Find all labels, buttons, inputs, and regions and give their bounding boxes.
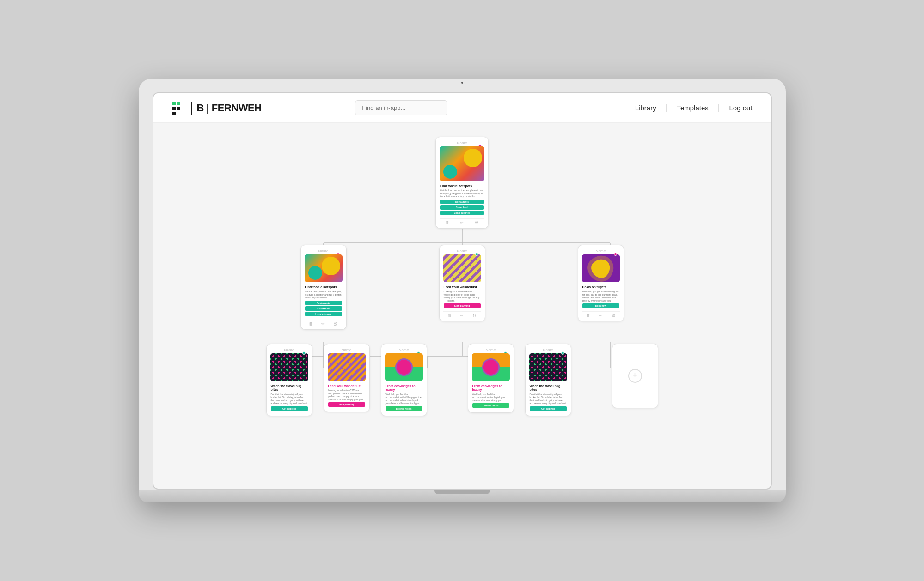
l1-badge-1 [475, 253, 478, 256]
l1-edit-1[interactable]: ✏ [460, 313, 464, 318]
l2-body-4: Don't let that dream trip off your bucke… [530, 393, 567, 405]
gap-spacer-2 [582, 344, 601, 416]
nav-library[interactable]: Library [635, 104, 656, 112]
laptop-screen: B | FERNWEH Library | Templates | Log ou… [153, 92, 772, 490]
l2-add-card[interactable]: + [612, 344, 658, 408]
l2-content-2: From eco-lodges to luxury We'll help you… [385, 383, 423, 413]
l2-content-1: Feed your wanderlust Looking for adventu… [328, 383, 366, 409]
l1-actions-2: 🗑 ✏ ⛓ [582, 311, 620, 318]
l2-title-2: From eco-lodges to luxury [386, 384, 422, 392]
l1-label-0: Name [305, 249, 343, 253]
l1-link-0[interactable]: ⛓ [334, 321, 338, 326]
l2-title-0: When the travel bug bites [271, 384, 308, 392]
l2-image-4 [529, 353, 567, 381]
l2-btn-3[interactable]: Browse hotels [472, 403, 509, 408]
l2-btn-1[interactable]: Start planning [328, 402, 365, 407]
l1-content-2: Deals on flights We'll help you get some… [582, 284, 620, 310]
root-card-label: Name [440, 141, 484, 145]
search-input[interactable] [355, 100, 447, 115]
tree-wrapper: Name Find foodie hotspots Get the lowdow… [208, 137, 716, 416]
root-btn-3[interactable]: Local cuisines [440, 211, 484, 215]
root-btn-2[interactable]: Street food [440, 205, 484, 210]
l2-label-4: Name [529, 348, 567, 352]
l1-image-0 [305, 254, 343, 282]
root-delete-icon[interactable]: 🗑 [445, 220, 449, 225]
nav-templates[interactable]: Templates [677, 104, 708, 112]
l1-link-2[interactable]: ⛓ [611, 313, 615, 318]
add-circle-icon[interactable]: + [628, 369, 642, 383]
l1-btn-0-1[interactable]: Restaurants [305, 301, 342, 305]
search-bar[interactable] [355, 100, 447, 115]
l2-node-2: Name From eco-lodges to luxury We'll hel… [381, 344, 427, 416]
l2-card-1[interactable]: Name Feed your wanderlust Looking for ad… [324, 344, 370, 412]
l2-title-1: Feed your wanderlust [328, 384, 365, 388]
l2-node-3: Name From eco-lodges to luxury We'll hel… [468, 344, 514, 416]
l1-card-0[interactable]: Name Find foodie hotspots Get the best p… [300, 245, 347, 330]
root-edit-icon[interactable]: ✏ [460, 220, 464, 225]
l1-node-0: Name Find foodie hotspots Get the best p… [300, 245, 347, 330]
l1-body-2: We'll help you get somewhere great for l… [582, 290, 619, 302]
l2-node-0: Name When the travel bug bites Don't let… [266, 344, 312, 416]
l1-actions-0: 🗑 ✏ ⛓ [305, 320, 343, 327]
l1-card-2[interactable]: Name Deals on flights We'll help you get… [578, 245, 624, 321]
nav-links: Library | Templates | Log out [635, 103, 753, 113]
l1-badge-2 [614, 253, 617, 256]
l1-label-2: Name [582, 249, 620, 253]
l1-content-0: Find foodie hotspots Get the best places… [305, 284, 343, 318]
l1-title-2: Deals on flights [582, 285, 619, 289]
l1-btn-2[interactable]: Book now [582, 303, 619, 308]
l2-label-1: Name [328, 348, 366, 352]
l2-content-0: When the travel bug bites Don't let that… [270, 383, 308, 413]
nav-logout[interactable]: Log out [729, 104, 752, 112]
l1-delete-0[interactable]: 🗑 [309, 321, 313, 326]
l1-body-0: Get the best places to eat near you, jus… [305, 290, 342, 299]
l2-btn-4[interactable]: Get inspired [530, 406, 567, 411]
l2-card-2[interactable]: Name From eco-lodges to luxury We'll hel… [381, 344, 427, 416]
l1-actions-1: 🗑 ✏ ⛓ [443, 311, 481, 318]
l2-card-0[interactable]: Name When the travel bug bites Don't let… [266, 344, 312, 416]
root-card[interactable]: Name Find foodie hotspots Get the lowdow… [435, 137, 489, 229]
spacer-0-1 [208, 229, 716, 245]
laptop-base [139, 490, 786, 502]
l2-body-0: Don't let that dream trip off your bucke… [271, 393, 308, 405]
l1-delete-1[interactable]: 🗑 [447, 313, 452, 318]
root-card-body: Get the lowdown on the best places to ea… [440, 189, 484, 198]
main-canvas: Name Find foodie hotspots Get the lowdow… [153, 123, 771, 435]
l2-badge-4 [561, 351, 564, 355]
root-btn-1[interactable]: Restaurants [440, 200, 484, 204]
logo-text: B | FERNWEH [197, 102, 262, 114]
l2-btn-2[interactable]: Browse hotels [386, 406, 422, 411]
l2-body-3: We'll help you find the accommodation si… [472, 393, 509, 402]
l1-card-1[interactable]: Name Feed your wanderlust Looking for so… [439, 245, 485, 321]
l2-image-1 [328, 353, 366, 381]
l1-btn-0-2[interactable]: Street food [305, 306, 342, 311]
l2-content-4: When the travel bug bites Don't let that… [529, 383, 567, 413]
l2-card-4[interactable]: Name When the travel bug bites Don't let… [525, 344, 571, 416]
l2-node-5: + [612, 344, 658, 416]
l2-title-4: When the travel bug bites [530, 384, 567, 392]
root-card-content: Find foodie hotspots Get the lowdown on … [440, 183, 484, 217]
logo-icon [172, 102, 187, 115]
l2-card-3[interactable]: Name From eco-lodges to luxury We'll hel… [468, 344, 514, 413]
l1-image-1 [443, 254, 481, 282]
l1-edit-0[interactable]: ✏ [321, 321, 325, 326]
tree-level-0: Name Find foodie hotspots Get the lowdow… [208, 137, 716, 229]
l2-image-2 [385, 353, 423, 381]
header: B | FERNWEH Library | Templates | Log ou… [153, 93, 771, 123]
l2-body-1: Looking for adventure? We can help you f… [328, 389, 365, 401]
l1-edit-2[interactable]: ✏ [599, 313, 602, 318]
root-link-icon[interactable]: ⛓ [475, 220, 479, 225]
l2-btn-0[interactable]: Get inspired [271, 406, 308, 411]
camera-notch [461, 82, 463, 84]
tree-level-2: Name When the travel bug bites Don't let… [208, 344, 716, 416]
root-node: Name Find foodie hotspots Get the lowdow… [435, 137, 489, 229]
l1-delete-2[interactable]: 🗑 [586, 313, 590, 318]
l1-btn-1[interactable]: Start planning [444, 303, 481, 308]
root-card-title: Find foodie hotspots [440, 184, 484, 188]
spacer-1-2 [208, 330, 716, 344]
l1-node-1: Name Feed your wanderlust Looking for so… [439, 245, 485, 330]
l2-badge-0 [302, 351, 306, 355]
l1-btn-0-3[interactable]: Local cuisines [305, 312, 342, 316]
l1-link-1[interactable]: ⛓ [472, 313, 477, 318]
l2-content-3: From eco-lodges to luxury We'll help you… [472, 383, 510, 410]
